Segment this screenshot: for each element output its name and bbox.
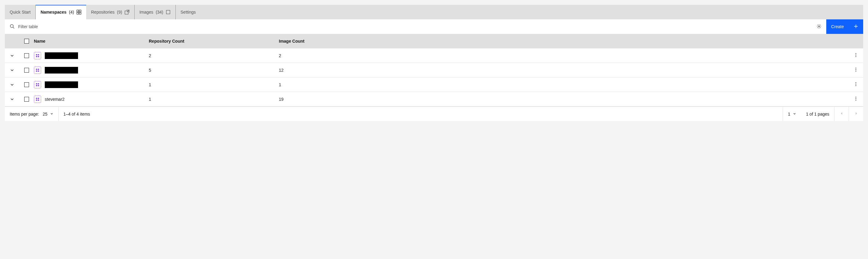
gear-icon xyxy=(816,24,822,30)
launch-icon xyxy=(125,10,129,15)
table-row: 1 1 xyxy=(5,78,863,92)
cell-repo-count: 5 xyxy=(149,68,279,73)
grid-icon xyxy=(76,10,81,15)
namespace-icon xyxy=(34,96,41,103)
page-number-value: 1 xyxy=(788,112,790,116)
namespaces-table: Name Repository Count Image Count 2 2 xyxy=(5,34,863,107)
pagination-pages-text: 1 of 1 pages xyxy=(801,107,834,121)
row-checkbox[interactable] xyxy=(24,68,29,73)
expand-row-button[interactable] xyxy=(10,82,14,87)
tab-label: Repositories xyxy=(91,10,115,15)
select-all-checkbox[interactable] xyxy=(24,39,29,44)
svg-rect-1 xyxy=(79,10,81,12)
tab-label: Quick Start xyxy=(10,10,31,15)
namespace-name-redacted xyxy=(45,81,78,88)
table-row: 2 2 xyxy=(5,49,863,63)
prev-page-button[interactable] xyxy=(834,107,849,121)
expand-row-button[interactable] xyxy=(10,97,14,102)
tab-images[interactable]: Images (34) xyxy=(134,5,176,19)
row-overflow-menu[interactable] xyxy=(854,53,858,58)
expand-row-button[interactable] xyxy=(10,53,14,58)
column-header-image[interactable]: Image Count xyxy=(279,39,849,44)
caret-right-icon xyxy=(854,111,858,116)
row-overflow-menu[interactable] xyxy=(854,67,858,73)
items-per-page-label: Items per page: xyxy=(10,112,39,116)
table-row: 5 12 xyxy=(5,63,863,78)
svg-rect-3 xyxy=(79,12,81,14)
column-header-repo[interactable]: Repository Count xyxy=(149,39,279,44)
tab-label: Namespaces xyxy=(40,10,66,15)
svg-point-16 xyxy=(856,85,856,86)
cell-image-count: 2 xyxy=(279,53,849,58)
toolbar: Create xyxy=(5,19,863,34)
pagination-range: 1–4 of 4 items xyxy=(59,107,783,121)
search-icon xyxy=(10,24,14,30)
tab-label: Images xyxy=(140,10,153,15)
expand-row-button[interactable] xyxy=(10,68,14,73)
create-label: Create xyxy=(831,24,844,29)
namespace-name-redacted xyxy=(45,52,78,59)
svg-rect-2 xyxy=(77,12,79,14)
page-number-select[interactable]: 1 xyxy=(783,107,801,121)
column-header-name[interactable]: Name xyxy=(34,39,149,44)
svg-point-10 xyxy=(856,56,856,57)
namespace-name[interactable]: stevemar2 xyxy=(45,97,64,102)
search-input[interactable] xyxy=(18,24,807,29)
svg-point-12 xyxy=(856,69,856,70)
svg-point-11 xyxy=(856,68,856,68)
toolbar-actions: Create xyxy=(812,19,863,34)
search-area xyxy=(5,19,812,34)
cell-repo-count: 1 xyxy=(149,82,279,87)
svg-point-19 xyxy=(856,100,856,100)
plus-icon xyxy=(854,24,858,30)
cell-repo-count: 1 xyxy=(149,97,279,102)
svg-point-17 xyxy=(856,97,856,97)
cell-image-count: 12 xyxy=(279,68,849,73)
svg-point-7 xyxy=(818,26,819,27)
svg-point-14 xyxy=(856,82,856,83)
tabs: Quick Start Namespaces (4) Repositories … xyxy=(5,5,863,19)
next-page-button[interactable] xyxy=(849,107,863,121)
namespace-name-redacted xyxy=(45,67,78,74)
namespace-icon xyxy=(34,81,41,88)
svg-point-6 xyxy=(10,25,13,28)
row-overflow-menu[interactable] xyxy=(854,96,858,102)
tab-quick-start[interactable]: Quick Start xyxy=(5,5,36,19)
tab-label: Settings xyxy=(181,10,196,15)
namespace-icon xyxy=(34,66,41,74)
svg-rect-0 xyxy=(77,10,79,12)
svg-point-13 xyxy=(856,71,856,71)
tab-count: (9) xyxy=(117,10,122,15)
namespace-icon xyxy=(34,52,41,59)
tab-namespaces[interactable]: Namespaces (4) xyxy=(36,5,86,19)
tab-count: (4) xyxy=(69,10,74,15)
tab-repositories[interactable]: Repositories (9) xyxy=(86,5,134,19)
cell-repo-count: 2 xyxy=(149,53,279,58)
items-per-page-select[interactable]: 25 xyxy=(43,112,54,116)
table-header: Name Repository Count Image Count xyxy=(5,34,863,49)
create-button[interactable]: Create xyxy=(826,19,863,34)
svg-point-9 xyxy=(856,55,856,55)
pagination: Items per page: 25 1–4 of 4 items 1 1 of… xyxy=(5,107,863,121)
items-per-page-value: 25 xyxy=(43,112,48,116)
tab-settings[interactable]: Settings xyxy=(176,5,201,19)
table-settings-button[interactable] xyxy=(812,19,826,34)
tab-count: (34) xyxy=(156,10,163,15)
svg-point-18 xyxy=(856,98,856,99)
cell-image-count: 1 xyxy=(279,82,849,87)
caret-left-icon xyxy=(840,111,844,116)
chevron-down-icon xyxy=(50,112,54,116)
row-checkbox[interactable] xyxy=(24,53,29,58)
row-overflow-menu[interactable] xyxy=(854,82,858,87)
svg-rect-5 xyxy=(166,10,170,14)
chevron-down-icon xyxy=(793,112,796,116)
table-row: stevemar2 1 19 xyxy=(5,92,863,107)
svg-point-8 xyxy=(856,53,856,54)
cell-image-count: 19 xyxy=(279,97,849,102)
row-checkbox[interactable] xyxy=(24,97,29,102)
row-checkbox[interactable] xyxy=(24,82,29,87)
svg-point-15 xyxy=(856,84,856,84)
square-icon xyxy=(166,10,170,15)
